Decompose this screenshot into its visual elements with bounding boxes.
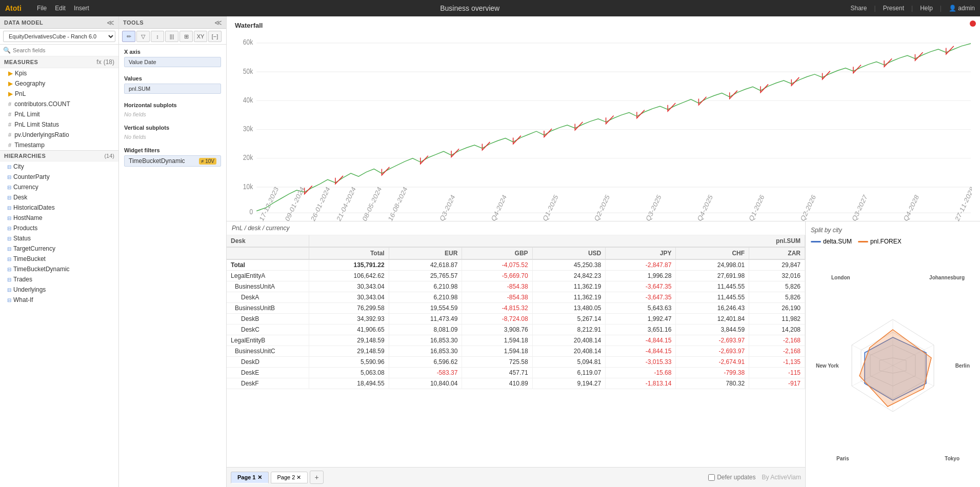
cell-zar: 26,190	[749, 303, 805, 314]
cell-jpy: 1,996.28	[606, 271, 676, 281]
hash-icon: #	[8, 142, 11, 148]
table-footer: Page 1 ✕ Page 2 ✕ + Defer updates By Act…	[227, 467, 805, 487]
legend-dot-blue	[811, 241, 821, 242]
cell-chf: -2,693.97	[676, 346, 749, 357]
cell-jpy: -2,847.87	[606, 259, 676, 271]
hier-what-if[interactable]: ⊟What-If	[0, 295, 118, 305]
fx-icon[interactable]: fx	[96, 58, 101, 66]
tab-page1[interactable]: Page 1 ✕	[231, 472, 269, 483]
present-button[interactable]: Present	[883, 5, 904, 12]
hier-underlyings[interactable]: ⊟Underlyings	[0, 285, 118, 295]
cell-gbp: -8,724.08	[462, 314, 532, 324]
cube-select[interactable]: EquityDerivativesCube - Ranch 6.0	[3, 31, 115, 42]
measure-contributors[interactable]: # contributors.COUNT	[0, 99, 118, 109]
xaxis-field[interactable]: Value Date	[124, 57, 221, 67]
measure-label: Timestamp	[14, 141, 45, 149]
cell-total: 5,590.96	[309, 357, 389, 368]
cube-selector: EquityDerivativesCube - Ranch 6.0	[0, 29, 118, 45]
svg-text:Q4-2025: Q4-2025	[696, 193, 714, 223]
search-input[interactable]	[13, 47, 115, 53]
hier-hostname[interactable]: ⊟HostName	[0, 213, 118, 223]
hier-desk[interactable]: ⊟Desk	[0, 192, 118, 202]
hier-products[interactable]: ⊟Products	[0, 223, 118, 233]
add-tab-button[interactable]: +	[310, 471, 323, 484]
cell-gbp: 1,594.18	[462, 335, 532, 346]
cell-usd: 13,480.05	[532, 303, 606, 314]
values-field[interactable]: pnl.SUM	[124, 84, 221, 94]
cell-jpy: -3,647.35	[606, 292, 676, 303]
svg-text:Q2-2025: Q2-2025	[593, 193, 611, 223]
hier-status[interactable]: ⊟Status	[0, 233, 118, 244]
col-gbp: GBP	[462, 247, 532, 259]
share-button[interactable]: Share	[851, 5, 867, 12]
hier-timebucket-dynamic[interactable]: ⊟TimeBucketDynamic	[0, 264, 118, 274]
measure-pnl-limit[interactable]: # PnL Limit	[0, 109, 118, 119]
hash-icon: #	[8, 101, 11, 107]
tab-page2[interactable]: Page 2 ✕	[271, 472, 308, 483]
tool-table-btn[interactable]: ⊞	[179, 31, 193, 42]
measure-kpis[interactable]: ▶ Kpis	[0, 68, 118, 78]
collapse-icon[interactable]: ≪	[107, 18, 114, 27]
table-row: DeskA 30,343.04 6,210.98 -854.38 11,362.…	[227, 292, 805, 303]
menu-insert[interactable]: Insert	[74, 5, 89, 12]
measure-pnl[interactable]: ▶ PnL	[0, 89, 118, 99]
filter-badge: ≠ 10V	[199, 158, 216, 165]
cell-gbp: -854.38	[462, 281, 532, 292]
svg-text:27-11-2028: 27-11-2028	[954, 185, 972, 222]
defer-checkbox[interactable]	[708, 474, 715, 481]
app-brand: Atoti	[5, 4, 22, 12]
hier-historical-dates[interactable]: ⊟HistoricalDates	[0, 202, 118, 213]
cell-eur: 11,473.49	[389, 314, 462, 324]
help-button[interactable]: Help	[920, 5, 933, 12]
cell-label: BusinessUnitB	[227, 303, 309, 314]
tool-filter-btn[interactable]: ▽	[136, 31, 150, 42]
measure-label: PnL Limit Status	[14, 121, 59, 128]
cell-jpy: 3,651.16	[606, 324, 676, 335]
tool-bracket-btn[interactable]: [−]	[208, 31, 222, 42]
user-button[interactable]: 👤 admin	[949, 5, 975, 12]
search-box: 🔍	[0, 45, 118, 56]
bottom-area: PnL / desk / currency Desk pnl.SUM Total	[227, 221, 980, 487]
cell-jpy: -4,844.15	[606, 346, 676, 357]
hier-icon: ⊟	[7, 164, 11, 170]
tool-pen-btn[interactable]: ✏	[122, 31, 135, 42]
table-row: DeskD 5,590.96 6,596.62 725.58 5,094.81 …	[227, 357, 805, 368]
tool-bar-btn[interactable]: |||	[165, 31, 178, 42]
red-indicator	[970, 21, 976, 27]
cell-total: 18,494.55	[309, 378, 389, 389]
svg-text:40k: 40k	[243, 96, 253, 104]
tool-sort-btn[interactable]: ↕	[151, 31, 164, 42]
cell-total: 135,791.22	[309, 259, 389, 271]
hier-counterparty[interactable]: ⊟CounterParty	[0, 172, 118, 182]
measure-geography[interactable]: ▶ Geography	[0, 78, 118, 89]
measure-pnl-limit-status[interactable]: # PnL Limit Status	[0, 119, 118, 130]
tool-xy-btn[interactable]: XY	[194, 31, 207, 42]
cell-eur: 42,618.87	[389, 259, 462, 271]
measure-timestamp[interactable]: # Timestamp	[0, 140, 118, 150]
cell-zar: -917	[749, 378, 805, 389]
hier-currency[interactable]: ⊟Currency	[0, 182, 118, 192]
hier-timebucket[interactable]: ⊟TimeBucket	[0, 254, 118, 264]
col-desk: Desk	[227, 235, 309, 247]
folder-icon: ▶	[8, 80, 13, 87]
filter-chip[interactable]: TimeBucketDynamic ≠ 10V	[124, 155, 221, 167]
page-title: Business overview	[99, 4, 841, 12]
menu-edit[interactable]: Edit	[55, 5, 66, 12]
collapse-tools-icon[interactable]: ≪	[214, 18, 222, 27]
menu-bar: File Edit Insert	[37, 5, 89, 12]
hier-target-currency[interactable]: ⊟TargetCurrency	[0, 244, 118, 254]
right-content: Waterfall 60k 50k 40k 30k 20k 10k 0	[227, 16, 980, 487]
hier-icon: ⊟	[7, 185, 11, 190]
menu-file[interactable]: File	[37, 5, 47, 12]
svg-text:10k: 10k	[243, 182, 253, 191]
cell-eur: 8,081.09	[389, 324, 462, 335]
cell-eur: 6,596.62	[389, 357, 462, 368]
hier-city[interactable]: ⊟City	[0, 161, 118, 172]
col-usd: USD	[532, 247, 606, 259]
measure-pv-underlyings[interactable]: # pv.UnderlyingsRatio	[0, 130, 118, 140]
cell-usd: 5,267.14	[532, 314, 606, 324]
cell-zar: 5,826	[749, 292, 805, 303]
cell-eur: 16,853.30	[389, 346, 462, 357]
table-container[interactable]: Desk pnl.SUM Total EUR GBP USD JPY CHF	[227, 235, 805, 467]
hier-trades[interactable]: ⊟Trades	[0, 274, 118, 285]
